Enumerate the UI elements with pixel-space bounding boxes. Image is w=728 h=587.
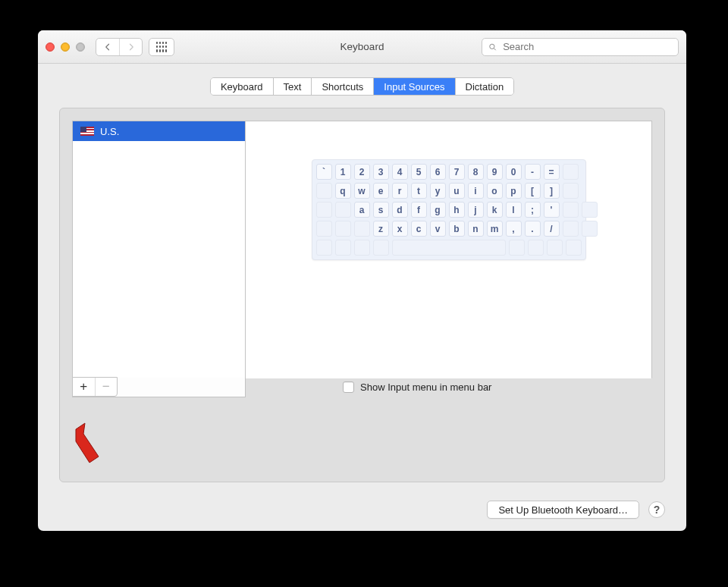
key-blank: · (373, 240, 389, 256)
key-blank: · (354, 221, 370, 237)
tab-text[interactable]: Text (273, 78, 312, 95)
key-blank: · (582, 202, 598, 218)
key: e (373, 183, 389, 199)
key-blank: · (582, 221, 598, 237)
key: q (335, 183, 351, 199)
show-all-button[interactable] (149, 38, 174, 56)
keyboard-preview: `1234567890-=··qwertyuiop[]···asdfghjkl;… (246, 121, 651, 378)
key: 7 (449, 164, 465, 180)
zoom-icon (76, 42, 85, 52)
key: o (487, 183, 503, 199)
key-blank: · (316, 221, 332, 237)
add-source-button[interactable]: + (73, 378, 95, 396)
key: 3 (373, 164, 389, 180)
svg-point-0 (490, 44, 494, 49)
key: n (468, 221, 484, 237)
keyboard-layout: `1234567890-=··qwertyuiop[]···asdfghjkl;… (312, 159, 586, 260)
show-input-menu-checkbox[interactable] (343, 381, 354, 393)
search-input[interactable] (501, 40, 672, 53)
key-space: · (392, 240, 506, 256)
forward-button[interactable] (119, 39, 142, 55)
key: [ (525, 183, 541, 199)
key: . (525, 221, 541, 237)
key: h (449, 202, 465, 218)
key: f (411, 202, 427, 218)
preferences-window: Keyboard KeyboardTextShortcutsInput Sour… (38, 30, 686, 531)
key: u (449, 183, 465, 199)
show-input-menu-row: Show Input menu in menu bar (343, 381, 491, 393)
close-icon[interactable] (46, 42, 55, 52)
back-button[interactable] (96, 39, 119, 55)
key: ` (316, 164, 332, 180)
key-blank: · (563, 183, 579, 199)
show-input-menu-label: Show Input menu in menu bar (360, 381, 491, 393)
tab-bar: KeyboardTextShortcutsInput SourcesDictat… (210, 77, 514, 96)
key: b (449, 221, 465, 237)
key: 1 (335, 164, 351, 180)
key-blank: · (335, 221, 351, 237)
key: c (411, 221, 427, 237)
window-footer: Set Up Bluetooth Keyboard… ? (38, 493, 686, 531)
key: 5 (411, 164, 427, 180)
key-blank: · (316, 240, 332, 256)
key: / (544, 221, 560, 237)
nav-back-forward (96, 38, 143, 56)
key-blank: · (316, 183, 332, 199)
key: g (430, 202, 446, 218)
content-panel: U.S. `1234567890-=··qwertyuiop[]···asdfg… (59, 108, 665, 482)
titlebar: Keyboard (38, 30, 686, 64)
key: 0 (506, 164, 522, 180)
key: a (354, 202, 370, 218)
input-source-label: U.S. (100, 126, 119, 137)
key-blank: · (528, 240, 544, 256)
key: j (468, 202, 484, 218)
key-blank: · (335, 240, 351, 256)
setup-bluetooth-button[interactable]: Set Up Bluetooth Keyboard… (487, 501, 639, 519)
key: 8 (468, 164, 484, 180)
add-remove-group: + − (72, 377, 118, 397)
key-blank: · (509, 240, 525, 256)
key: - (525, 164, 541, 180)
key: k (487, 202, 503, 218)
traffic-lights (46, 42, 85, 52)
key: 9 (487, 164, 503, 180)
key: z (373, 221, 389, 237)
key: 2 (354, 164, 370, 180)
input-source-item[interactable]: U.S. (73, 121, 245, 141)
key: i (468, 183, 484, 199)
key: w (354, 183, 370, 199)
tab-keyboard[interactable]: Keyboard (211, 78, 273, 95)
key: t (411, 183, 427, 199)
minimize-icon[interactable] (61, 42, 70, 52)
grid-icon (156, 42, 167, 52)
key: , (506, 221, 522, 237)
tab-dictation[interactable]: Dictation (455, 78, 514, 95)
key: 6 (430, 164, 446, 180)
list-footer: + − (72, 378, 246, 397)
remove-source-button[interactable]: − (95, 378, 118, 396)
key: ' (544, 202, 560, 218)
key: r (392, 183, 408, 199)
key-blank: · (563, 221, 579, 237)
key: x (392, 221, 408, 237)
key: v (430, 221, 446, 237)
search-icon (488, 42, 497, 52)
tab-shortcuts[interactable]: Shortcuts (311, 78, 373, 95)
help-button[interactable]: ? (648, 501, 665, 518)
key: ; (525, 202, 541, 218)
key-blank: · (547, 240, 563, 256)
key: d (392, 202, 408, 218)
key: p (506, 183, 522, 199)
input-sources-list[interactable]: U.S. (73, 121, 246, 378)
key-blank: · (563, 202, 579, 218)
key: m (487, 221, 503, 237)
key: 4 (392, 164, 408, 180)
tab-input-sources[interactable]: Input Sources (373, 78, 454, 95)
key-blank: · (563, 164, 579, 180)
key-blank: · (335, 202, 351, 218)
key-blank: · (354, 240, 370, 256)
key: ] (544, 183, 560, 199)
window-body: KeyboardTextShortcutsInput SourcesDictat… (38, 64, 686, 493)
key: y (430, 183, 446, 199)
search-field[interactable] (482, 38, 679, 56)
